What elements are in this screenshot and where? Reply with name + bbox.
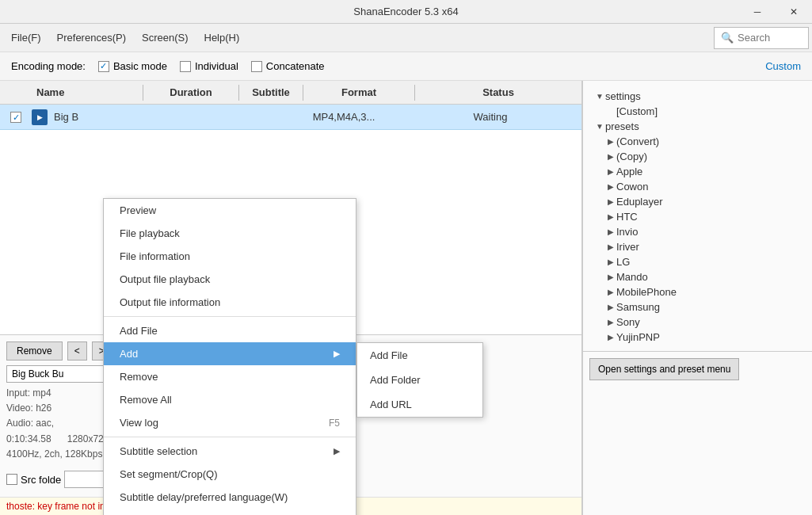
remove-button[interactable]: Remove: [6, 341, 63, 360]
cowon-label: Cowon: [616, 181, 648, 193]
ctx-sep-1: [104, 316, 356, 317]
tree-invio[interactable]: ▶ Invio: [589, 224, 806, 239]
tree-convert[interactable]: ▶ (Convert): [589, 134, 806, 149]
ctx-output-playback[interactable]: Output file playback: [104, 268, 356, 291]
th-subtitle: Subtitle: [239, 86, 303, 98]
custom-link[interactable]: Custom: [765, 60, 801, 72]
file-icon: ▶: [32, 109, 51, 125]
ctx-set-segment[interactable]: Set segment/Crop(Q): [104, 463, 356, 486]
row-status: Waiting: [399, 111, 581, 123]
table-header: Name Duration Subtitle Format Status: [0, 81, 581, 105]
sub-add-folder[interactable]: Add Folder: [357, 368, 482, 392]
row-checkbox[interactable]: ✓: [0, 111, 32, 124]
basic-mode-checkbox[interactable]: ✓: [98, 61, 109, 72]
tree-yujinpnp[interactable]: ▶ YujinPNP: [589, 330, 806, 345]
invio-arrow: ▶: [605, 227, 616, 236]
yujinpnp-arrow: ▶: [605, 333, 616, 341]
samsung-arrow: ▶: [605, 303, 616, 311]
sub-add-file[interactable]: Add File: [357, 343, 482, 368]
copy-label: (Copy): [616, 151, 647, 162]
apple-arrow: ▶: [605, 167, 616, 176]
individual-option[interactable]: Individual: [180, 60, 238, 72]
lg-arrow: ▶: [605, 258, 616, 266]
th-duration: Duration: [143, 86, 238, 98]
tree-settings[interactable]: ▼ settings: [589, 89, 806, 104]
search-input[interactable]: [738, 32, 801, 44]
individual-radio[interactable]: [180, 61, 191, 72]
tree-sony[interactable]: ▶ Sony: [589, 315, 806, 330]
ctx-add[interactable]: Add ▶: [104, 342, 356, 365]
ctx-remove-all[interactable]: Remove All: [104, 388, 356, 411]
close-button[interactable]: ✕: [776, 0, 812, 24]
tree-htc[interactable]: ▶ HTC: [589, 209, 806, 224]
tree-lg[interactable]: ▶ LG: [589, 254, 806, 269]
ctx-subtitle-arrow: ▶: [334, 446, 340, 456]
th-status: Status: [415, 86, 581, 98]
settings-arrow: ▼: [594, 92, 605, 101]
tree-iriver[interactable]: ▶ Iriver: [589, 239, 806, 254]
tree-cowon[interactable]: ▶ Cowon: [589, 179, 806, 194]
concatenate-radio[interactable]: [251, 61, 262, 72]
mando-label: Mando: [616, 271, 648, 283]
right-panel: ▼ settings [Custom] ▼ presets ▶ (Convert…: [582, 81, 812, 515]
menu-screen[interactable]: Screen(S): [134, 27, 196, 48]
context-menu: Preview File playback File information O…: [103, 198, 356, 515]
tree-mobilephone[interactable]: ▶ MobilePhone: [589, 284, 806, 299]
menu-preferences[interactable]: Preferences(P): [49, 27, 134, 48]
arrow-left-button[interactable]: <: [67, 341, 87, 360]
tree-eduplayer[interactable]: ▶ Eduplayer: [589, 194, 806, 209]
tree-custom[interactable]: [Custom]: [589, 104, 806, 119]
title-bar: ShanaEncoder 5.3 x64 ─ ✕: [0, 0, 812, 24]
table-row[interactable]: ✓ ▶ Big B MP4,M4A,3... Waiting: [0, 105, 581, 130]
basic-mode-label: Basic mode: [113, 60, 167, 72]
ctx-add-arrow: ▶: [334, 349, 340, 359]
iriver-label: Iriver: [616, 241, 639, 253]
tree-container: ▼ settings [Custom] ▼ presets ▶ (Convert…: [583, 86, 812, 351]
concatenate-option[interactable]: Concatenate: [251, 60, 325, 72]
ctx-file-playback[interactable]: File playback: [104, 222, 356, 245]
src-folder-checkbox[interactable]: [6, 474, 17, 485]
ctx-output-info[interactable]: Output file information: [104, 291, 356, 314]
ctx-add-file[interactable]: Add File: [104, 319, 356, 342]
filename-input[interactable]: [6, 365, 109, 383]
tree-presets[interactable]: ▼ presets: [589, 119, 806, 134]
tree-samsung[interactable]: ▶ Samsung: [589, 299, 806, 315]
minimize-button[interactable]: ─: [739, 0, 776, 24]
iriver-arrow: ▶: [605, 242, 616, 251]
settings-button-area: Open settings and preset menu: [583, 351, 812, 387]
tree-apple[interactable]: ▶ Apple: [589, 164, 806, 179]
menu-help[interactable]: Help(H): [196, 27, 248, 48]
video-file-icon: ▶: [32, 109, 48, 125]
menu-file[interactable]: File(F): [3, 27, 49, 48]
tree-copy[interactable]: ▶ (Copy): [589, 149, 806, 164]
basic-mode-option[interactable]: ✓ Basic mode: [98, 60, 167, 72]
row-name: Big B: [51, 111, 130, 123]
encoding-mode-label: Encoding mode:: [11, 60, 86, 72]
concatenate-label: Concatenate: [266, 60, 325, 72]
ctx-subtitle-selection[interactable]: Subtitle selection ▶: [104, 440, 356, 463]
ctx-file-information[interactable]: File information: [104, 245, 356, 268]
copy-arrow: ▶: [605, 152, 616, 161]
ctx-view-log[interactable]: View log F5: [104, 411, 356, 434]
ctx-preview[interactable]: Preview: [104, 199, 356, 222]
convert-arrow: ▶: [605, 137, 616, 146]
window-title: ShanaEncoder 5.3 x64: [353, 6, 458, 17]
custom-label: [Custom]: [616, 105, 658, 117]
htc-arrow: ▶: [605, 212, 616, 221]
ctx-sep-2: [104, 437, 356, 437]
encoding-bar: Encoding mode: ✓ Basic mode Individual C…: [0, 52, 812, 81]
ctx-video-audio[interactable]: Video/Audio stream selection(E): [104, 509, 356, 515]
window-controls: ─ ✕: [739, 0, 812, 24]
invio-label: Invio: [616, 226, 638, 238]
submenu: Add File Add Folder Add URL: [356, 342, 483, 418]
search-box[interactable]: 🔍: [714, 27, 809, 49]
tree-mando[interactable]: ▶ Mando: [589, 269, 806, 284]
sub-add-url[interactable]: Add URL: [357, 392, 482, 417]
row-format: MP4,M4A,3...: [288, 111, 399, 123]
yujinpnp-label: YujinPNP: [616, 331, 660, 343]
open-settings-button[interactable]: Open settings and preset menu: [589, 358, 739, 380]
main-area: Name Duration Subtitle Format Status ✓ ▶…: [0, 81, 812, 515]
ctx-remove[interactable]: Remove: [104, 365, 356, 388]
ctx-subtitle-delay[interactable]: Subtitle delay/preferred language(W): [104, 486, 356, 509]
presets-label: presets: [605, 120, 639, 132]
